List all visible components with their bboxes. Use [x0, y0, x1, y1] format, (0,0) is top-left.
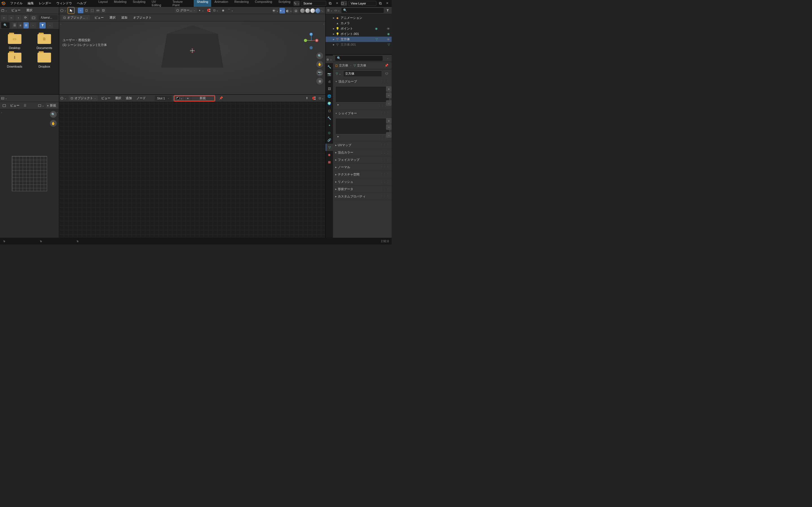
folder-documents[interactable]: 🗎 Documents: [32, 33, 57, 50]
interaction-mode-dropdown[interactable]: オブジェク...⌄: [61, 15, 90, 20]
menu-window[interactable]: ウィンドウ: [54, 0, 74, 6]
select-mode-lasso-icon[interactable]: ▭: [95, 8, 100, 13]
select-mode-extra-icon[interactable]: ⊡: [100, 8, 106, 13]
specials-icon[interactable]: ⌄: [386, 100, 392, 106]
viewlayer-new-icon[interactable]: [377, 1, 383, 6]
filter-toggle-icon[interactable]: [40, 22, 46, 29]
shading-solid-icon[interactable]: [305, 8, 310, 13]
tab-material-icon[interactable]: ◉: [326, 151, 333, 158]
eye-icon[interactable]: 👁: [387, 27, 390, 31]
specials-icon[interactable]: ⌄: [386, 132, 392, 138]
properties-options-icon[interactable]: ⌄: [385, 55, 391, 61]
expand-icon[interactable]: ▶: [333, 44, 335, 46]
shape-key-list[interactable]: [335, 118, 389, 134]
gizmo-toggle-icon[interactable]: ✦⌄: [280, 8, 285, 13]
path-input[interactable]: /Users/...: [39, 15, 58, 20]
tree-item-camera[interactable]: ▶ ▲ カメラ: [326, 20, 392, 26]
expand-icon[interactable]: ▶: [333, 27, 335, 30]
nav-up-icon[interactable]: ↑: [15, 15, 21, 20]
nav-refresh-icon[interactable]: ⟳: [22, 15, 29, 20]
menu-help[interactable]: ヘルプ: [75, 0, 89, 6]
material-slot-dropdown[interactable]: Slot 1⌄: [155, 96, 172, 101]
panel-header[interactable]: ▶テクスチャ空間⋮⋮⋮: [333, 171, 392, 178]
menu-file[interactable]: ファイル: [8, 0, 25, 6]
select-mode-tweak-icon[interactable]: ▫: [78, 8, 84, 13]
tab-tool-icon[interactable]: 🔧: [326, 63, 333, 70]
expand-icon[interactable]: ▶: [333, 33, 335, 35]
panel-header[interactable]: ▼頂点グループ⋮⋮⋮: [333, 78, 392, 85]
pivot-icon[interactable]: ⌄: [198, 8, 204, 13]
outliner-search-input[interactable]: 🔍: [342, 8, 384, 13]
filter-settings-icon[interactable]: ⌄: [47, 22, 53, 28]
material-browse-icon[interactable]: ⌄: [174, 96, 185, 101]
image-mode-icon[interactable]: [1, 103, 7, 108]
viewport-3d-region[interactable]: › ‹ ユーザー・透視投影 (1) シーンコレクション | 立方体 Z: [59, 21, 325, 94]
tab-scene-icon[interactable]: 🌐: [326, 93, 333, 100]
menu-render[interactable]: レンダー: [37, 0, 54, 6]
remove-item-icon[interactable]: −: [386, 124, 392, 130]
camera-view-icon[interactable]: 📷: [316, 69, 323, 76]
ne-menu-select[interactable]: 選択: [114, 96, 122, 101]
cursor-tool-icon[interactable]: [68, 7, 74, 14]
tree-item-point[interactable]: ▶ 💡 ポイント ◉ 👁: [326, 26, 392, 31]
editor-type-3dview-icon[interactable]: ⌄: [60, 8, 66, 13]
shader-node-editor[interactable]: ⌄ オブジェクト⌄ ビュー 選択 追加 ノード Slot 1⌄ ⌄ + 新規 📌…: [59, 95, 325, 238]
mesh-data-icon[interactable]: ▽: [388, 43, 390, 47]
fb-menu-select[interactable]: 選択: [24, 8, 34, 13]
light-data-icon[interactable]: ◉: [375, 27, 378, 31]
folder-dropbox[interactable]: Dropbox: [32, 51, 57, 68]
vp-menu-view[interactable]: ビュー: [93, 15, 105, 20]
expand-icon[interactable]: ▶: [333, 17, 335, 19]
tab-physics-icon[interactable]: ◎: [326, 129, 333, 136]
panel-header[interactable]: ▼シェイプキー⋮⋮⋮: [333, 110, 392, 117]
panel-header[interactable]: ▶リメッシュ⋮⋮⋮: [333, 178, 392, 185]
fb-search-icon[interactable]: 🔍: [1, 22, 10, 29]
tab-render-icon[interactable]: 📷: [326, 70, 333, 78]
scene-browse-icon[interactable]: ⌄: [294, 1, 300, 6]
snap-icon[interactable]: 🧲: [311, 96, 317, 101]
tab-modifier-icon[interactable]: 🔧: [326, 114, 333, 122]
fb-menu-view[interactable]: ビュー: [10, 8, 22, 13]
snap-target-icon[interactable]: ⊡⌄: [213, 8, 219, 13]
nav-back-icon[interactable]: ←: [1, 15, 7, 20]
ie-menu-more-icon[interactable]: ☰: [22, 103, 28, 108]
pan-icon[interactable]: ✋: [316, 61, 323, 68]
pan-icon[interactable]: ✋: [50, 120, 57, 127]
image-canvas[interactable]: [0, 109, 59, 238]
vp-menu-object[interactable]: オブジェクト: [132, 15, 153, 20]
folder-desktop[interactable]: ▭ Desktop: [2, 33, 28, 50]
ne-menu-add[interactable]: 追加: [124, 96, 133, 101]
expand-row-icon[interactable]: ▶: [338, 135, 339, 139]
breadcrumb-object[interactable]: ◻立方体: [335, 63, 348, 68]
ne-menu-view[interactable]: ビュー: [100, 96, 112, 101]
snap-toggle-icon[interactable]: 🧲: [206, 8, 212, 13]
data-name-input[interactable]: 立方体: [343, 70, 382, 77]
add-item-icon[interactable]: +: [386, 118, 392, 124]
tab-particle-icon[interactable]: ✦: [326, 122, 333, 129]
ne-menu-node[interactable]: ノード: [135, 96, 147, 101]
xray-icon[interactable]: ⊡: [293, 8, 299, 13]
viewlayer-browse-icon[interactable]: ⌄: [341, 1, 347, 6]
menu-edit[interactable]: 編集: [26, 0, 36, 6]
folder-downloads[interactable]: ⬇ Downloads: [2, 51, 28, 68]
tree-item-animation[interactable]: ▶ ◆ アニメーション: [326, 15, 392, 20]
outliner-display-mode-icon[interactable]: ▭⌄: [334, 8, 340, 13]
mesh-data-icon[interactable]: ▽: [375, 38, 378, 41]
eye-icon[interactable]: 👁: [387, 38, 390, 41]
editor-type-image-icon[interactable]: ⌄: [1, 96, 7, 101]
shader-type-dropdown[interactable]: オブジェクト⌄: [69, 96, 98, 101]
expand-icon[interactable]: ▶: [333, 38, 335, 41]
navigation-gizmo[interactable]: Z X: [303, 33, 320, 50]
shading-matprev-icon[interactable]: [310, 8, 315, 13]
image-browse-icon[interactable]: ⌄: [38, 103, 44, 108]
add-item-icon[interactable]: +: [386, 86, 392, 92]
data-browse-icon[interactable]: ▽⌄: [335, 71, 342, 76]
tree-item-point001[interactable]: ▶ 💡 ポイント.001 ◉: [326, 31, 392, 37]
panel-header[interactable]: ▶UVマップ⋮⋮⋮: [333, 142, 392, 149]
tab-data-icon[interactable]: ▽: [326, 144, 333, 151]
zoom-icon[interactable]: 🔍: [316, 52, 323, 59]
shading-options-icon[interactable]: ⌄: [322, 10, 324, 12]
zoom-icon[interactable]: 🔍: [50, 111, 57, 118]
outliner-filter-icon[interactable]: [385, 8, 391, 13]
display-detail-icon[interactable]: ≡: [17, 22, 23, 29]
